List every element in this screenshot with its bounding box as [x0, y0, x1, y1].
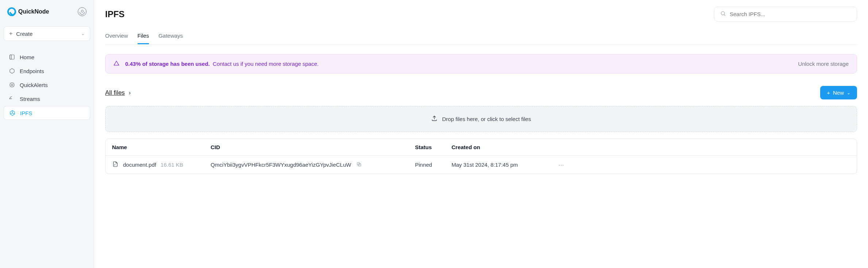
breadcrumb: All files › — [105, 89, 131, 97]
sidebar-item-label: IPFS — [20, 110, 32, 116]
alert-strong: 0.43% of storage has been used. — [125, 61, 210, 67]
svg-line-8 — [12, 113, 15, 114]
upload-icon — [431, 115, 438, 123]
dropzone-text: Drop files here, or click to select file… — [442, 116, 531, 122]
table-row[interactable]: P document.pdf 16.61 KB QmciYbii3ygvVPHF… — [105, 156, 857, 174]
col-cid: CID — [211, 144, 415, 150]
col-created: Created on — [452, 144, 554, 150]
sidebar: QuickNode + Create ⌄ Home — [0, 0, 94, 268]
quickalerts-icon — [9, 82, 15, 88]
file-cid: QmciYbii3ygvVPHFkcr5F3WYxugd96aeYizGYpvJ… — [211, 162, 351, 168]
file-icon: P — [112, 161, 119, 169]
sidebar-item-label: Endpoints — [20, 68, 44, 74]
svg-point-3 — [10, 83, 14, 87]
sidebar-item-label: Streams — [20, 96, 40, 102]
svg-marker-2 — [10, 68, 14, 73]
create-label: Create — [16, 31, 32, 37]
sidebar-item-streams[interactable]: Streams — [4, 92, 90, 105]
create-button[interactable]: + Create ⌄ — [4, 26, 90, 41]
files-table: Name CID Status Created on P document.pd… — [105, 139, 857, 174]
streams-icon — [9, 95, 15, 102]
svg-point-4 — [11, 84, 13, 86]
svg-line-9 — [10, 113, 12, 114]
new-button[interactable]: + New ⌄ — [820, 86, 857, 99]
plus-icon: + — [9, 30, 12, 37]
chevron-down-icon: ⌄ — [847, 90, 850, 95]
page-title: IPFS — [105, 9, 124, 19]
endpoints-icon — [9, 68, 15, 74]
warning-icon — [114, 60, 119, 67]
account-avatar-icon[interactable] — [78, 7, 87, 16]
tab-gateways[interactable]: Gateways — [158, 30, 183, 44]
tab-overview[interactable]: Overview — [105, 30, 128, 44]
plus-icon: + — [827, 90, 830, 96]
sidebar-item-ipfs[interactable]: IPFS — [4, 106, 90, 120]
quicknode-logo-icon — [7, 7, 16, 16]
search-input-wrap[interactable] — [714, 7, 857, 22]
sidebar-item-quickalerts[interactable]: QuickAlerts — [4, 78, 90, 91]
file-name: document.pdf — [123, 162, 156, 168]
brand-text: QuickNode — [18, 8, 49, 15]
sidebar-nav: Home Endpoints QuickAlerts Streams — [4, 50, 90, 120]
svg-line-11 — [724, 15, 725, 16]
search-icon — [720, 11, 726, 18]
dropzone[interactable]: Drop files here, or click to select file… — [105, 106, 857, 132]
ipfs-icon — [9, 110, 16, 116]
file-status: Pinned — [415, 162, 452, 168]
svg-rect-1 — [10, 55, 12, 59]
new-label: New — [833, 90, 844, 96]
file-created: May 31st 2024, 8:17:45 pm — [452, 162, 554, 168]
copy-icon[interactable] — [356, 162, 362, 168]
more-icon[interactable]: ⋯ — [554, 162, 568, 168]
svg-point-10 — [721, 12, 725, 15]
chevron-down-icon: ⌄ — [81, 31, 85, 36]
table-header-row: Name CID Status Created on — [105, 139, 857, 156]
tabs: Overview Files Gateways — [105, 30, 857, 45]
svg-rect-0 — [10, 55, 14, 59]
brand-logo[interactable]: QuickNode — [7, 7, 49, 16]
svg-text:P: P — [114, 164, 116, 166]
unlock-storage-link[interactable]: Unlock more storage — [798, 61, 849, 67]
sidebar-item-label: QuickAlerts — [20, 82, 48, 88]
home-icon — [9, 54, 15, 60]
sidebar-item-endpoints[interactable]: Endpoints — [4, 64, 90, 78]
storage-alert: 0.43% of storage has been used. Contact … — [105, 54, 857, 73]
col-status: Status — [415, 144, 452, 150]
breadcrumb-separator: › — [129, 89, 131, 96]
breadcrumb-all-files[interactable]: All files — [105, 89, 125, 96]
main-content: IPFS Overview Files Gateways 0.43% of st… — [94, 0, 868, 268]
tab-files[interactable]: Files — [138, 30, 149, 44]
search-input[interactable] — [730, 11, 851, 17]
sidebar-item-home[interactable]: Home — [4, 50, 90, 64]
sidebar-item-label: Home — [20, 54, 34, 60]
file-size: 16.61 KB — [161, 162, 183, 168]
col-name: Name — [112, 144, 211, 150]
alert-text-msg: Contact us if you need more storage spac… — [213, 61, 319, 67]
